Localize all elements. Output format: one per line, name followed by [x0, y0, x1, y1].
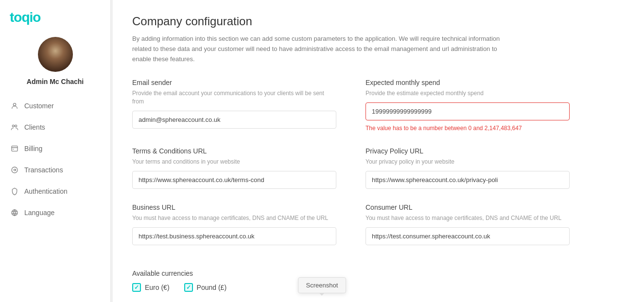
pound-label: Pound (£)	[197, 284, 226, 291]
logo: toqio	[0, 10, 40, 25]
privacy-url-label: Privacy Policy URL	[366, 147, 570, 155]
sidebar-item-authentication[interactable]: Authentication	[0, 181, 110, 202]
monthly-spend-label: Expected monthly spend	[366, 79, 570, 86]
clients-icon	[10, 122, 19, 132]
customer-icon	[10, 101, 19, 111]
billing-icon	[10, 144, 19, 153]
euro-label: Euro (€)	[145, 284, 170, 291]
sidebar-item-transactions[interactable]: Transactions	[0, 159, 110, 181]
svg-point-1	[12, 125, 14, 127]
screenshot-tooltip: Screenshot	[298, 277, 347, 293]
terms-url-label: Terms & Conditions URL	[132, 147, 336, 155]
sidebar-item-customer[interactable]: Customer	[0, 95, 110, 117]
currencies-options: Euro (€) Pound (£)	[132, 283, 570, 292]
email-sender-group: Email sender Provide the email account y…	[132, 79, 336, 133]
sidebar-item-clients[interactable]: Clients	[0, 117, 110, 138]
sidebar-item-authentication-label: Authentication	[24, 187, 68, 195]
authentication-icon	[10, 186, 19, 196]
page-description: By adding information into this section …	[132, 34, 511, 64]
main-content: Company configuration By adding informat…	[113, 0, 644, 302]
username: Admin Mc Chachi	[27, 78, 84, 85]
monthly-spend-error: The value has to be a number between 0 a…	[366, 124, 570, 133]
euro-checkbox[interactable]	[132, 283, 141, 292]
consumer-url-label: Consumer URL	[366, 203, 570, 211]
business-url-hint: You must have access to manage certifica…	[132, 214, 336, 222]
sidebar: toqio Admin Mc Chachi Customer	[0, 0, 111, 302]
business-url-group: Business URL You must have access to man…	[132, 203, 336, 245]
company-form: Email sender Provide the email account y…	[132, 79, 570, 291]
sidebar-item-transactions-label: Transactions	[24, 166, 63, 174]
monthly-spend-input[interactable]	[366, 102, 570, 120]
privacy-url-group: Privacy Policy URL Your privacy policy i…	[366, 147, 570, 189]
transactions-icon	[10, 165, 19, 175]
business-url-input[interactable]	[132, 227, 336, 245]
privacy-url-hint: Your privacy policy in your website	[366, 158, 570, 166]
terms-url-input[interactable]	[132, 171, 336, 189]
business-url-label: Business URL	[132, 203, 336, 211]
monthly-spend-group: Expected monthly spend Provide the estim…	[366, 79, 570, 133]
currency-pound-option[interactable]: Pound (£)	[184, 283, 226, 292]
sidebar-item-clients-label: Clients	[24, 123, 45, 131]
sidebar-item-billing[interactable]: Billing	[0, 138, 110, 159]
sidebar-item-language[interactable]: Language	[0, 202, 110, 223]
svg-point-8	[12, 210, 17, 216]
nav-menu: Customer Clients Billing	[0, 95, 110, 223]
language-icon	[10, 208, 19, 218]
currencies-label: Available currencies	[132, 269, 570, 277]
sidebar-item-billing-label: Billing	[24, 145, 42, 152]
email-sender-hint: Provide the email account your communica…	[132, 89, 336, 106]
consumer-url-group: Consumer URL You must have access to man…	[366, 203, 570, 245]
consumer-url-input[interactable]	[366, 227, 570, 245]
monthly-spend-hint: Provide the estimate expected monthly sp…	[366, 89, 570, 98]
sidebar-item-language-label: Language	[24, 209, 54, 217]
avatar	[38, 37, 73, 72]
consumer-url-hint: You must have access to manage certifica…	[366, 214, 570, 222]
terms-url-hint: Your terms and conditions in your websit…	[132, 158, 336, 166]
svg-point-2	[15, 125, 17, 127]
svg-point-0	[13, 103, 16, 106]
email-sender-label: Email sender	[132, 79, 336, 86]
page-title: Company configuration	[132, 15, 625, 28]
currency-euro-option[interactable]: Euro (€)	[132, 283, 170, 292]
pound-checkbox[interactable]	[184, 283, 193, 292]
sidebar-item-customer-label: Customer	[24, 102, 54, 110]
email-sender-input[interactable]	[132, 111, 336, 129]
currencies-section: Available currencies Euro (€) Pound (£)	[132, 269, 570, 292]
terms-url-group: Terms & Conditions URL Your terms and co…	[132, 147, 336, 189]
privacy-url-input[interactable]	[366, 171, 570, 189]
svg-rect-3	[12, 146, 17, 151]
